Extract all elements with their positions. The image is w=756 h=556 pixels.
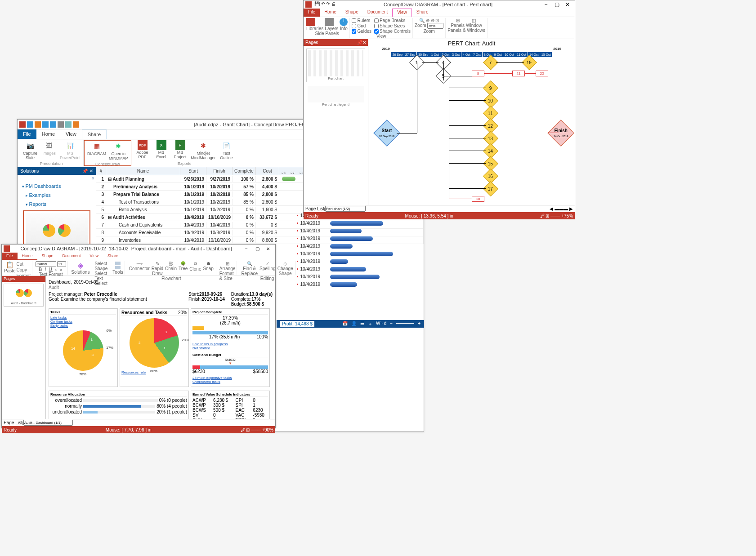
zoom-input[interactable] [427,23,443,29]
plus-icon[interactable]: ＋ [368,321,372,327]
spelling-button[interactable]: ✓Spelling [259,261,277,276]
cal-icon[interactable]: 📅 [342,321,348,327]
tab-shape[interactable]: Shape [37,253,58,260]
tab-view[interactable]: View [60,129,82,139]
tab-home[interactable]: Home [18,253,37,260]
sol-reports[interactable]: Reports [18,200,96,209]
controls-check[interactable] [374,29,379,34]
print-icon[interactable]: 🖨 [331,1,336,8]
tab-share[interactable]: Share [82,129,107,139]
back-icon[interactable]: « [18,175,96,182]
tab-share[interactable]: Share [412,9,433,17]
diagram-button[interactable]: ▦DIAGRAM [87,141,106,161]
font-select[interactable] [36,261,56,267]
find-button[interactable]: 🔍Find & Replace [240,261,259,276]
tab-view[interactable]: View [85,253,103,260]
ms-project-button[interactable]: PMS Project [172,140,188,160]
minimize-icon[interactable]: − [541,1,551,8]
mindjet-button[interactable]: ✱Mindjet MindManager [191,140,216,160]
undo-icon[interactable]: ↶ [321,1,325,8]
cloud-icon[interactable] [65,121,72,128]
sol-pm-dashboards[interactable]: PM Dashboards [18,182,96,191]
chain-button[interactable]: ⛓Chain [164,261,178,276]
undo-icon[interactable] [35,121,41,128]
late-tasks-link[interactable]: Late tasks [50,316,116,320]
maximize-icon[interactable]: ▢ [551,1,562,8]
tab-file[interactable]: File [2,253,18,260]
close-icon[interactable]: ✕ [89,169,93,173]
grid-check[interactable] [352,24,356,28]
pin-icon[interactable]: 📌 [82,169,88,173]
pdf-button[interactable]: PDFAdobe PDF [134,140,151,160]
list-icon[interactable]: ☰ [360,321,364,327]
solutions-group[interactable]: ◈Solutions [70,261,91,275]
close-icon[interactable]: ✕ [362,40,366,45]
early-tasks-link[interactable]: Early tasks [50,324,116,328]
pert-box-22: 22 [536,71,548,76]
print-icon[interactable] [58,121,64,128]
open-icon[interactable] [42,121,49,128]
close-icon[interactable]: ✕ [562,1,573,8]
close-icon[interactable]: ✕ [263,246,273,251]
change-shape-button[interactable]: ◇Change Shape [277,261,294,276]
clone-button[interactable]: ⧉Clone [188,261,202,276]
pin-icon[interactable]: 📌 [357,40,362,45]
user-icon[interactable]: 👤 [351,321,357,327]
page-select[interactable] [23,420,73,426]
zoom-slider[interactable] [396,323,414,327]
info-button[interactable]: iInfo [340,18,348,31]
tab-view[interactable]: View [392,9,412,17]
redo-icon[interactable] [50,121,56,128]
text-outline-button[interactable]: 📄Text Outline [219,140,235,160]
size-select[interactable] [57,261,66,267]
connector-button[interactable]: ⟿Connector [128,261,151,276]
save-icon[interactable]: 💾 [314,1,320,8]
tab-share[interactable]: Share [103,253,123,260]
page-select[interactable] [325,206,366,212]
libraries-button[interactable]: Libraries [306,18,323,31]
cut-button[interactable]: Cut [17,261,31,267]
excel-button[interactable]: XMS Excel [153,140,170,160]
snap-button[interactable]: ☗Snap [202,261,214,276]
zoom-minus-icon[interactable]: − [390,321,393,327]
redo-icon[interactable]: ↷ [326,1,330,8]
zoom-plus-icon[interactable]: + [418,321,420,327]
pert-canvas[interactable]: PERT Chart: Audit 20192019 26 Sep - 27 S… [368,39,575,205]
rulers-check[interactable] [352,18,356,23]
images-button[interactable]: 🖼Images [41,140,57,160]
window-button[interactable]: ◫Window [466,18,482,28]
breaks-check[interactable] [374,18,379,23]
tab-home[interactable]: Home [320,9,341,17]
tree-button[interactable]: 🌳Tree [178,261,188,276]
on-time-link[interactable]: On time tasks [50,320,116,324]
hscroll[interactable]: ◀ ▬▬▬ ▶ [550,206,573,211]
guides-check[interactable] [352,29,356,34]
expensive-link[interactable]: 25 most expensive tasks [192,376,268,380]
tab-document[interactable]: Document [58,253,85,260]
tab-file[interactable]: File [18,129,36,139]
dash-page-thumb[interactable]: Audit - Dashboard [4,284,44,307]
refresh-icon[interactable] [73,121,79,128]
late-progress-link[interactable]: Late tasks in progress [192,342,268,346]
tab-shape[interactable]: Shape [341,9,363,17]
sol-examples[interactable]: Examples [18,191,96,200]
panels-button[interactable]: ⊞Panels [451,18,465,28]
tab-home[interactable]: Home [36,129,60,139]
save-icon[interactable] [27,121,33,128]
panels-group[interactable]: ⊞Arrange Format & Size [218,261,237,275]
sizes-check[interactable] [374,24,379,28]
pert-thumb-2[interactable]: Pert chart legend [306,85,365,108]
tab-file[interactable]: File [304,9,320,17]
capture-slide-button[interactable]: 📷Capture Slide [22,140,38,160]
overcost-link[interactable]: Overcosted tasks [192,380,268,384]
minimize-icon[interactable]: − [241,246,252,251]
not-started-link[interactable]: Not started [192,346,268,350]
mindmap-button[interactable]: ✱Open in MINDMAP [109,141,128,161]
ms-ppt-button[interactable]: 📊MS PowerPoint [60,140,81,160]
pert-thumb-1[interactable]: Pert chart [306,49,365,82]
layers-button[interactable]: Layers [325,18,338,31]
tab-document[interactable]: Document [363,9,393,17]
copy-button[interactable]: Copy [17,267,31,273]
maximize-icon[interactable]: ▢ [252,246,263,251]
rapid-draw-button[interactable]: ✎Rapid Draw [151,261,164,276]
